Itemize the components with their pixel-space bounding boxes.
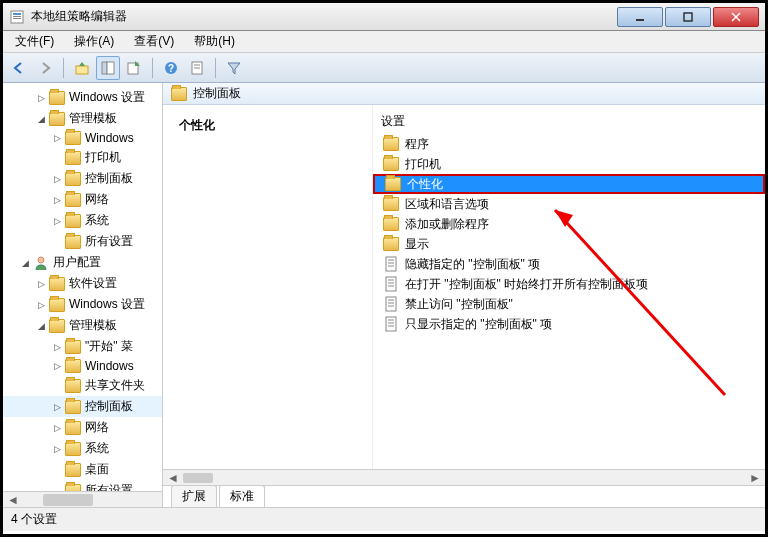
folder-icon <box>383 157 399 171</box>
filter-button[interactable] <box>222 56 246 80</box>
tree-item-[interactable]: 桌面 <box>3 459 162 480</box>
tree-item-[interactable]: ▷控制面板 <box>3 396 162 417</box>
content-horizontal-scrollbar[interactable]: ◄► <box>163 469 765 485</box>
tree-item-windows[interactable]: ▷Windows 设置 <box>3 294 162 315</box>
setting-label: 显示 <box>405 236 429 253</box>
close-button[interactable] <box>713 7 759 27</box>
tree-item-label: 管理模板 <box>69 317 117 334</box>
setting-row[interactable]: 隐藏指定的 "控制面板" 项 <box>373 254 765 274</box>
tree-item-windows[interactable]: ▷Windows <box>3 357 162 375</box>
user-icon <box>33 255 49 271</box>
setting-row[interactable]: 程序 <box>373 134 765 154</box>
tree-toggle-icon[interactable]: ▷ <box>51 422 63 434</box>
forward-button[interactable] <box>33 56 57 80</box>
tree-item-windows[interactable]: ▷Windows 设置 <box>3 87 162 108</box>
tree-item-[interactable]: 打印机 <box>3 147 162 168</box>
svg-rect-8 <box>76 66 88 74</box>
tree-item-[interactable]: ◢用户配置 <box>3 252 162 273</box>
tree-item-[interactable]: ▷控制面板 <box>3 168 162 189</box>
tree-toggle-icon[interactable]: ▷ <box>51 443 63 455</box>
back-button[interactable] <box>7 56 31 80</box>
menu-file[interactable]: 文件(F) <box>7 31 62 52</box>
setting-row[interactable]: 添加或删除程序 <box>373 214 765 234</box>
tree-toggle-icon[interactable]: ▷ <box>51 401 63 413</box>
tree-toggle-icon[interactable]: ▷ <box>51 215 63 227</box>
tree-toggle-icon <box>51 464 63 476</box>
policy-icon <box>383 276 399 292</box>
tree-item-[interactable]: 所有设置 <box>3 231 162 252</box>
tree-item-[interactable]: ▷"开始" 菜 <box>3 336 162 357</box>
toolbar: ? <box>3 53 765 83</box>
tree-item-label: Windows <box>85 131 134 145</box>
tree-toggle-icon[interactable]: ◢ <box>35 320 47 332</box>
setting-label: 个性化 <box>407 176 443 193</box>
folder-icon <box>65 151 81 165</box>
setting-label: 添加或删除程序 <box>405 216 489 233</box>
tree-toggle-icon[interactable]: ▷ <box>51 360 63 372</box>
tab-standard[interactable]: 标准 <box>219 485 265 507</box>
export-button[interactable] <box>122 56 146 80</box>
setting-label: 区域和语言选项 <box>405 196 489 213</box>
menu-action[interactable]: 操作(A) <box>66 31 122 52</box>
tree-item-label: 控制面板 <box>85 398 133 415</box>
tab-bar: 扩展 标准 <box>163 485 765 507</box>
folder-icon <box>65 193 81 207</box>
properties-button[interactable] <box>185 56 209 80</box>
tree-toggle-icon[interactable]: ▷ <box>35 278 47 290</box>
menu-view[interactable]: 查看(V) <box>126 31 182 52</box>
show-hide-tree-button[interactable] <box>96 56 120 80</box>
menu-help[interactable]: 帮助(H) <box>186 31 243 52</box>
tree-toggle-icon[interactable]: ◢ <box>19 257 31 269</box>
tree-item-[interactable]: ◢管理模板 <box>3 315 162 336</box>
up-button[interactable] <box>70 56 94 80</box>
tree-item-windows[interactable]: ▷Windows <box>3 129 162 147</box>
tree-item-label: Windows 设置 <box>69 89 145 106</box>
tree-item-label: 系统 <box>85 440 109 457</box>
tab-extended[interactable]: 扩展 <box>171 485 217 507</box>
folder-icon <box>65 131 81 145</box>
tree-item-[interactable]: ▷网络 <box>3 417 162 438</box>
setting-row[interactable]: 在打开 "控制面板" 时始终打开所有控制面板项 <box>373 274 765 294</box>
breadcrumb-label: 控制面板 <box>193 85 241 102</box>
help-button[interactable]: ? <box>159 56 183 80</box>
tree-horizontal-scrollbar[interactable]: ◄ <box>3 491 162 507</box>
setting-row[interactable]: 区域和语言选项 <box>373 194 765 214</box>
tree-item-[interactable]: 所有设置 <box>3 480 162 491</box>
minimize-button[interactable] <box>617 7 663 27</box>
folder-icon <box>171 87 187 101</box>
setting-row[interactable]: 禁止访问 "控制面板" <box>373 294 765 314</box>
folder-icon <box>383 237 399 251</box>
tree-toggle-icon[interactable]: ▷ <box>51 194 63 206</box>
maximize-button[interactable] <box>665 7 711 27</box>
setting-label: 隐藏指定的 "控制面板" 项 <box>405 256 540 273</box>
tree-item-label: Windows <box>85 359 134 373</box>
tree-item-label: 控制面板 <box>85 170 133 187</box>
folder-icon <box>65 214 81 228</box>
tree-item-[interactable]: ◢管理模板 <box>3 108 162 129</box>
svg-text:?: ? <box>168 63 174 74</box>
tree-item-[interactable]: ▷软件设置 <box>3 273 162 294</box>
tree-item-[interactable]: ▷系统 <box>3 438 162 459</box>
tree-toggle-icon[interactable]: ▷ <box>51 173 63 185</box>
svg-rect-18 <box>386 257 396 271</box>
folder-icon <box>383 217 399 231</box>
tree-item-label: 网络 <box>85 191 109 208</box>
tree-toggle-icon[interactable]: ▷ <box>35 92 47 104</box>
folder-icon <box>65 379 81 393</box>
tree-toggle-icon[interactable]: ▷ <box>51 341 63 353</box>
svg-rect-5 <box>684 13 692 21</box>
setting-row[interactable]: 只显示指定的 "控制面板" 项 <box>373 314 765 334</box>
settings-column-header: 设置 <box>373 109 765 134</box>
tree-item-[interactable]: ▷系统 <box>3 210 162 231</box>
setting-row[interactable]: 个性化 <box>373 174 765 194</box>
setting-row[interactable]: 打印机 <box>373 154 765 174</box>
tree-toggle-icon[interactable]: ▷ <box>51 132 63 144</box>
folder-icon <box>65 340 81 354</box>
tree-item-[interactable]: ▷网络 <box>3 189 162 210</box>
tree-toggle-icon[interactable]: ▷ <box>35 299 47 311</box>
tree-item-[interactable]: 共享文件夹 <box>3 375 162 396</box>
tree-toggle-icon[interactable]: ◢ <box>35 113 47 125</box>
setting-row[interactable]: 显示 <box>373 234 765 254</box>
folder-icon <box>49 112 65 126</box>
folder-icon <box>65 442 81 456</box>
